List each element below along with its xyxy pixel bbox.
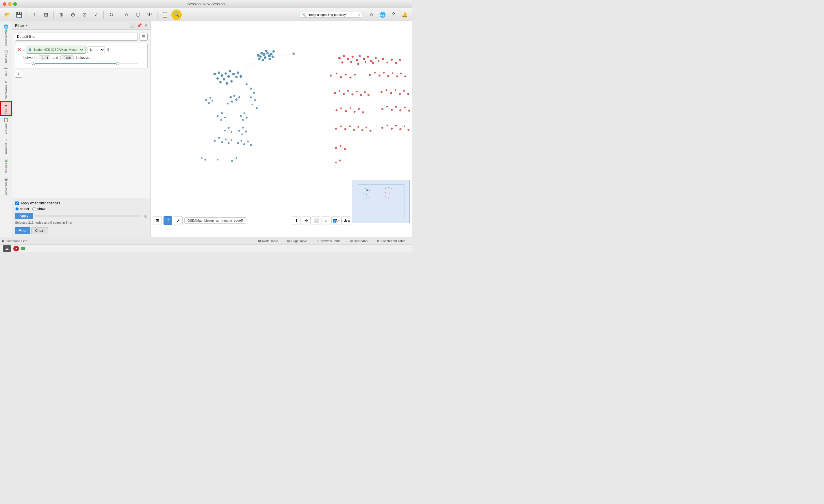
tab-network-table[interactable]: ⊞ Network Table [312, 238, 345, 244]
close-panel-icon[interactable]: ✕ [144, 23, 147, 28]
cloud-button[interactable]: ☁ [3, 245, 11, 252]
filter-preset-select[interactable]: Default filter [15, 33, 138, 41]
network-view[interactable]: ⊞ ⤴ ↗ GSEAMap_Mesen_vs_Immuno_edgeR ⬆ ✛ … [151, 21, 412, 237]
eye-icon: 👁 [344, 219, 347, 223]
filter-drag-handle[interactable]: ≡ [23, 48, 25, 52]
sidebar-item-layouttools[interactable]: ⊞ Layout Tools [0, 175, 12, 197]
filter-slider[interactable] [24, 62, 138, 66]
import-table-button[interactable]: ⊞ [41, 10, 51, 20]
share-button[interactable]: ⤴ [164, 216, 172, 225]
layout-tools-button[interactable]: ⬡ [133, 10, 143, 20]
svg-line-168 [392, 59, 396, 63]
svg-line-226 [400, 91, 404, 94]
move-tool-btn[interactable]: ✛ [302, 216, 311, 225]
svg-line-252 [400, 107, 405, 110]
show-hide-button[interactable]: 👁 [144, 10, 155, 20]
pin-icon[interactable]: 📌 [137, 23, 142, 28]
tab-chain[interactable]: Chain [31, 227, 48, 234]
svg-point-295 [368, 188, 369, 189]
svg-line-151 [364, 56, 368, 59]
import-table-btn[interactable]: ⬆ [292, 216, 301, 225]
apply-button[interactable]: Apply [15, 213, 33, 219]
main-content: 🌐 EnrichmentMap ⬡ Network ✏ Style ✎ Auto… [0, 21, 412, 237]
filter-condition-row: ✕ ≡ Node: NES (GSEAMap_Mesen_vs_Immuno_e… [18, 45, 145, 54]
search-bar[interactable]: 🔍 ✕ [299, 12, 363, 18]
add-condition-button[interactable]: + [15, 71, 22, 78]
search-input[interactable] [307, 13, 356, 16]
error-indicator[interactable]: ● [13, 246, 19, 251]
svg-point-108 [213, 140, 216, 142]
zoom-out-button[interactable]: ⊖ [68, 10, 78, 20]
svg-line-118 [228, 140, 231, 143]
radio-show[interactable] [32, 207, 36, 211]
checkbox-row: Apply when filter changes [15, 201, 147, 205]
apply-when-changes-label: Apply when filter changes [20, 201, 60, 205]
radio-select[interactable] [15, 207, 19, 211]
svg-point-298 [366, 194, 367, 195]
refresh-button[interactable]: ↻ [106, 10, 116, 20]
maximize-button[interactable] [13, 2, 17, 6]
notifications-button[interactable]: 🔔 [399, 10, 410, 20]
window-controls[interactable] [3, 2, 17, 6]
search-icon-active[interactable]: 🔍 [171, 10, 182, 20]
svg-line-179 [346, 75, 350, 78]
import-network-button[interactable]: ↑ [29, 10, 39, 20]
slider-thumb-right[interactable] [116, 62, 119, 65]
home-button[interactable]: ⌂ [121, 10, 132, 20]
tab-edge-table[interactable]: ⊞ Edge Table [283, 238, 311, 244]
help-button[interactable]: ? [388, 10, 399, 20]
apply-when-changes-checkbox[interactable] [15, 202, 19, 205]
svg-line-46 [224, 80, 227, 84]
max-value-display: -0.001 [61, 55, 73, 60]
external-link-button[interactable]: ↗ [174, 216, 183, 225]
mini-map[interactable] [352, 180, 410, 223]
maximize-icon[interactable]: ⬜ [130, 23, 135, 28]
sidebar-item-network[interactable]: ⬡ Network [0, 47, 12, 65]
slider-thumb-left[interactable] [32, 62, 35, 65]
sidebar-item-enrichmentmap[interactable]: 🌐 EnrichmentMap [0, 22, 12, 47]
minimize-button[interactable] [8, 2, 12, 6]
save-button[interactable]: 💾 [14, 10, 24, 20]
sidebar-item-appstore[interactable]: ⊞ App Store [0, 156, 12, 175]
sidebar-item-filter[interactable]: ▼ Filter [0, 101, 12, 116]
tab-heat-map[interactable]: ⊞ Heat Map [345, 238, 372, 244]
zoom-100-button[interactable]: ✓ [91, 10, 101, 20]
search-clear-icon[interactable]: ✕ [357, 13, 360, 17]
toolbar-separator-3 [103, 11, 104, 19]
sidebar-item-annotation[interactable]: 📋 Annotation [0, 116, 12, 135]
sidebar-item-style[interactable]: ✏ Style [0, 65, 12, 78]
tab-filter[interactable]: Filter [15, 227, 30, 234]
search-icon: 🔍 [302, 13, 306, 17]
remove-filter-icon[interactable]: ✕ [18, 47, 21, 52]
copy-image-button[interactable]: 📋 [160, 10, 170, 20]
grid-view-button[interactable]: ⊞ [153, 216, 162, 225]
svg-point-29 [223, 78, 225, 81]
svg-point-202 [351, 93, 353, 95]
zoom-in-button[interactable]: ⊕ [56, 10, 67, 20]
svg-line-212 [357, 92, 361, 95]
annotation-icon: 📋 [3, 118, 8, 122]
fit-button[interactable]: ⊙ [79, 10, 90, 20]
svg-line-278 [383, 125, 388, 128]
svg-line-293 [273, 54, 294, 56]
svg-point-160 [382, 58, 384, 60]
cancel-icon[interactable]: ⊗ [144, 213, 147, 219]
tab-enrichment-table[interactable]: ↺ Enrichment Table [373, 238, 410, 244]
svg-line-39 [219, 73, 222, 76]
filter-operator-select[interactable]: is [88, 46, 105, 53]
filter-field-select[interactable]: Node: NES (GSEAMap_Mesen_vs_Immuno_e... [32, 46, 84, 53]
select-box-btn[interactable]: ⬜ [312, 216, 320, 225]
autoannotate-label: AutoAnnotate [5, 85, 7, 99]
svg-line-105 [239, 128, 243, 130]
tab-node-table[interactable]: ⊞ Node Table [254, 238, 282, 244]
close-button[interactable] [3, 2, 6, 6]
select-pattern-btn[interactable]: ⬧ [322, 216, 330, 225]
filter-menu-button[interactable]: ☰ [139, 33, 147, 41]
open-folder-button[interactable]: 📂 [2, 10, 13, 20]
sidebar-item-causalpath[interactable]: → CausalPath [0, 136, 12, 156]
globe-button[interactable]: 🌐 [377, 10, 388, 20]
stats-checkbox[interactable] [333, 219, 336, 223]
home-icon-button[interactable]: ⌂ [366, 10, 377, 20]
filter-arrow-icon[interactable]: ▾ [26, 24, 27, 27]
sidebar-item-autoannotate[interactable]: ✎ AutoAnnotate [0, 78, 12, 101]
